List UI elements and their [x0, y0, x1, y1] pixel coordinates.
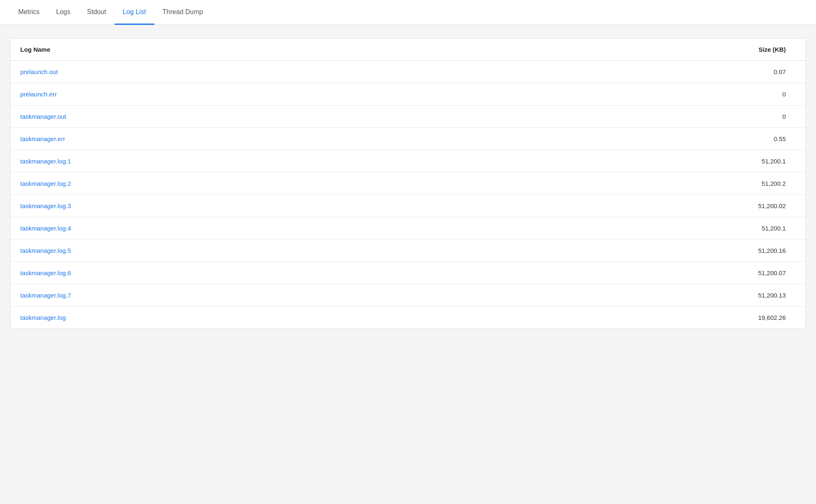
log-size-value: 0.55 — [449, 128, 806, 150]
table-row: taskmanager.log.751,200.13 — [10, 284, 806, 307]
log-file-link[interactable]: taskmanager.log.3 — [20, 202, 71, 209]
log-file-link[interactable]: taskmanager.log.2 — [20, 180, 71, 187]
log-size-value: 0 — [449, 83, 806, 106]
table-row: taskmanager.out0 — [10, 106, 806, 128]
table-row: prelaunch.out0.07 — [10, 61, 806, 83]
table-row: taskmanager.log.351,200.02 — [10, 195, 806, 217]
tab-log-list[interactable]: Log List — [115, 0, 154, 25]
table-row: taskmanager.log.651,200.07 — [10, 262, 806, 284]
log-file-link[interactable]: taskmanager.log.5 — [20, 247, 71, 254]
table-header-row: Log Name Size (KB) — [10, 38, 806, 61]
log-size-value: 51,200.16 — [449, 240, 806, 262]
log-file-link[interactable]: prelaunch.out — [20, 68, 58, 75]
table-row: taskmanager.log.251,200.2 — [10, 173, 806, 195]
log-file-link[interactable]: taskmanager.log — [20, 314, 66, 321]
table-row: taskmanager.log.451,200.1 — [10, 217, 806, 240]
log-size-value: 0.07 — [449, 61, 806, 83]
table-row: taskmanager.log.151,200.1 — [10, 150, 806, 173]
log-table: Log Name Size (KB) prelaunch.out0.07prel… — [10, 38, 806, 329]
log-file-link[interactable]: taskmanager.log.4 — [20, 225, 71, 232]
log-size-value: 51,200.1 — [449, 217, 806, 240]
log-file-link[interactable]: taskmanager.out — [20, 113, 66, 120]
table-row: taskmanager.log.551,200.16 — [10, 240, 806, 262]
log-size-value: 19,602.26 — [449, 307, 806, 329]
log-file-link[interactable]: taskmanager.log.7 — [20, 292, 71, 299]
table-row: taskmanager.log19,602.26 — [10, 307, 806, 329]
log-size-value: 0 — [449, 106, 806, 128]
tab-thread-dump[interactable]: Thread Dump — [154, 0, 211, 25]
tab-metrics[interactable]: Metrics — [10, 0, 48, 25]
log-size-value: 51,200.1 — [449, 150, 806, 173]
content-area: Log Name Size (KB) prelaunch.out0.07prel… — [0, 25, 816, 504]
log-table-container: Log Name Size (KB) prelaunch.out0.07prel… — [10, 38, 806, 329]
log-file-link[interactable]: taskmanager.log.6 — [20, 269, 71, 276]
tab-bar: MetricsLogsStdoutLog ListThread Dump — [0, 0, 816, 25]
log-file-link[interactable]: taskmanager.err — [20, 135, 65, 142]
log-file-link[interactable]: prelaunch.err — [20, 91, 57, 98]
column-header-size: Size (KB) — [449, 38, 806, 61]
tab-logs[interactable]: Logs — [48, 0, 79, 25]
tab-stdout[interactable]: Stdout — [79, 0, 114, 25]
log-file-link[interactable]: taskmanager.log.1 — [20, 158, 71, 165]
column-header-name: Log Name — [10, 38, 449, 61]
log-size-value: 51,200.07 — [449, 262, 806, 284]
table-row: prelaunch.err0 — [10, 83, 806, 106]
table-row: taskmanager.err0.55 — [10, 128, 806, 150]
log-size-value: 51,200.13 — [449, 284, 806, 307]
log-size-value: 51,200.02 — [449, 195, 806, 217]
log-size-value: 51,200.2 — [449, 173, 806, 195]
